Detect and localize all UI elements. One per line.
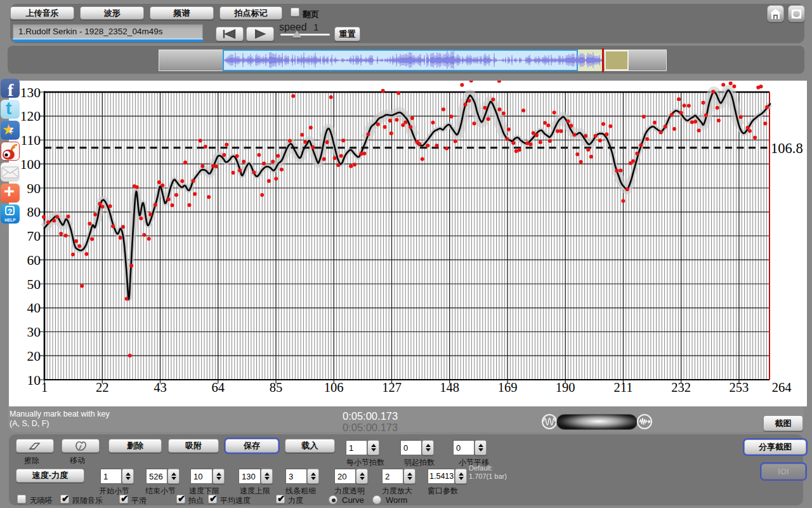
svg-text:110: 110 [21, 133, 41, 148]
svg-text:22: 22 [96, 380, 109, 394]
svg-text:85: 85 [270, 380, 283, 394]
svg-text:127: 127 [382, 380, 402, 394]
svg-text:148: 148 [440, 380, 459, 394]
svg-text:211: 211 [613, 380, 632, 394]
svg-text:10: 10 [27, 373, 41, 388]
svg-text:253: 253 [730, 380, 749, 394]
svg-text:190: 190 [556, 380, 575, 394]
svg-text:80: 80 [27, 204, 41, 220]
svg-text:30: 30 [27, 324, 41, 340]
svg-text:50: 50 [27, 277, 41, 292]
svg-text:70: 70 [27, 229, 41, 244]
svg-text:169: 169 [498, 380, 518, 394]
svg-text:64: 64 [211, 380, 225, 394]
svg-text:20: 20 [27, 349, 41, 364]
svg-text:40: 40 [27, 300, 41, 316]
svg-text:90: 90 [27, 181, 41, 196]
svg-text:120: 120 [20, 109, 41, 124]
svg-text:264: 264 [772, 380, 792, 394]
svg-text:106: 106 [324, 380, 344, 394]
svg-text:100: 100 [20, 157, 41, 172]
svg-text:232: 232 [671, 380, 691, 394]
svg-text:60: 60 [27, 253, 41, 268]
svg-text:130: 130 [20, 85, 41, 100]
svg-text:43: 43 [154, 380, 167, 394]
svg-text:106.8: 106.8 [771, 140, 803, 156]
svg-text:1: 1 [41, 380, 48, 394]
